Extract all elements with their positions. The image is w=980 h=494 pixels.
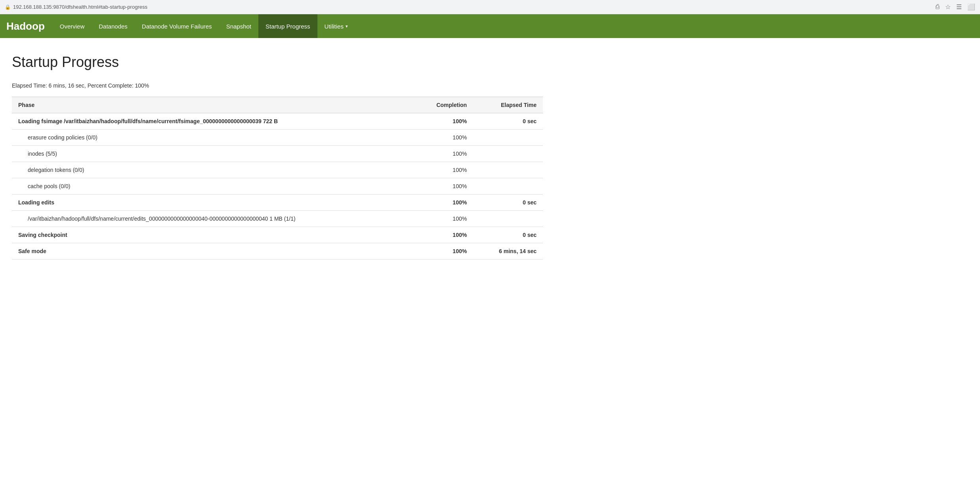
table-header: PhaseCompletionElapsed Time (12, 97, 543, 113)
browser-bar: 🔒 192.168.188.135:9870/dfshealth.html#ta… (0, 0, 980, 14)
nav-item-startup-progress[interactable]: Startup Progress (258, 14, 317, 38)
menu-icon[interactable]: ☰ (956, 3, 962, 11)
star-icon[interactable]: ☆ (945, 3, 951, 11)
nav-link-utilities[interactable]: Utilities ▾ (317, 14, 355, 38)
cell-elapsed-time (473, 130, 543, 146)
cell-elapsed-time (473, 162, 543, 178)
th-completion: Completion (413, 97, 473, 113)
cell-elapsed-time (473, 178, 543, 195)
table-row: Loading fsimage /var/itbaizhan/hadoop/fu… (12, 113, 543, 130)
cell-completion: 100% (413, 130, 473, 146)
table-row: Loading edits100%0 sec (12, 195, 543, 211)
nav-item-datanode-volume-failures[interactable]: Datanode Volume Failures (135, 14, 219, 38)
cell-completion: 100% (413, 146, 473, 162)
table-row: /var/itbaizhan/hadoop/full/dfs/name/curr… (12, 211, 543, 227)
th-phase: Phase (12, 97, 413, 113)
nav-link-datanode-volume-failures[interactable]: Datanode Volume Failures (135, 14, 219, 38)
nav-item-snapshot[interactable]: Snapshot (219, 14, 258, 38)
cell-elapsed-time (473, 211, 543, 227)
share-icon[interactable]: ⎙ (936, 3, 940, 11)
table-row: delegation tokens (0/0)100% (12, 162, 543, 178)
cell-elapsed-time: 6 mins, 14 sec (473, 243, 543, 259)
cell-elapsed-time: 0 sec (473, 195, 543, 211)
main-content: Startup Progress Elapsed Time: 6 mins, 1… (0, 38, 555, 275)
progress-table: PhaseCompletionElapsed Time Loading fsim… (12, 97, 543, 259)
table-header-row: PhaseCompletionElapsed Time (12, 97, 543, 113)
table-row: erasure coding policies (0/0)100% (12, 130, 543, 146)
nav-item-overview[interactable]: Overview (53, 14, 92, 38)
cell-completion: 100% (413, 178, 473, 195)
th-elapsed_time: Elapsed Time (473, 97, 543, 113)
nav-item-datanodes[interactable]: Datanodes (92, 14, 135, 38)
table-row: inodes (5/5)100% (12, 146, 543, 162)
cell-completion: 100% (413, 211, 473, 227)
lock-icon: 🔒 (5, 4, 11, 10)
navbar: Hadoop OverviewDatanodesDatanode Volume … (0, 14, 980, 38)
cell-completion: 100% (413, 243, 473, 259)
window-icon[interactable]: ⬜ (967, 3, 975, 11)
cell-completion: 100% (413, 162, 473, 178)
cell-phase: Safe mode (12, 243, 413, 259)
nav-item-utilities[interactable]: Utilities ▾ (317, 14, 355, 38)
table-row: cache pools (0/0)100% (12, 178, 543, 195)
cell-phase: /var/itbaizhan/hadoop/full/dfs/name/curr… (12, 211, 413, 227)
table-body: Loading fsimage /var/itbaizhan/hadoop/fu… (12, 113, 543, 259)
nav-link-datanodes[interactable]: Datanodes (92, 14, 135, 38)
cell-phase: Loading fsimage /var/itbaizhan/hadoop/fu… (12, 113, 413, 130)
cell-phase: Loading edits (12, 195, 413, 211)
browser-url: 192.168.188.135:9870/dfshealth.html#tab-… (13, 4, 936, 10)
page-title: Startup Progress (12, 54, 543, 71)
navbar-brand[interactable]: Hadoop (6, 20, 45, 32)
cell-phase: erasure coding policies (0/0) (12, 130, 413, 146)
cell-completion: 100% (413, 227, 473, 243)
nav-link-startup-progress[interactable]: Startup Progress (258, 14, 317, 38)
elapsed-info: Elapsed Time: 6 mins, 16 sec, Percent Co… (12, 82, 543, 89)
browser-actions: ⎙ ☆ ☰ ⬜ (936, 3, 975, 11)
cell-completion: 100% (413, 113, 473, 130)
nav-link-overview[interactable]: Overview (53, 14, 92, 38)
nav-links: OverviewDatanodesDatanode Volume Failure… (53, 14, 355, 38)
table-row: Saving checkpoint100%0 sec (12, 227, 543, 243)
cell-elapsed-time (473, 146, 543, 162)
cell-phase: cache pools (0/0) (12, 178, 413, 195)
cell-phase: inodes (5/5) (12, 146, 413, 162)
table-row: Safe mode100%6 mins, 14 sec (12, 243, 543, 259)
nav-link-snapshot[interactable]: Snapshot (219, 14, 258, 38)
cell-elapsed-time: 0 sec (473, 227, 543, 243)
cell-elapsed-time: 0 sec (473, 113, 543, 130)
cell-phase: delegation tokens (0/0) (12, 162, 413, 178)
cell-phase: Saving checkpoint (12, 227, 413, 243)
cell-completion: 100% (413, 195, 473, 211)
dropdown-arrow-icon: ▾ (346, 24, 348, 29)
